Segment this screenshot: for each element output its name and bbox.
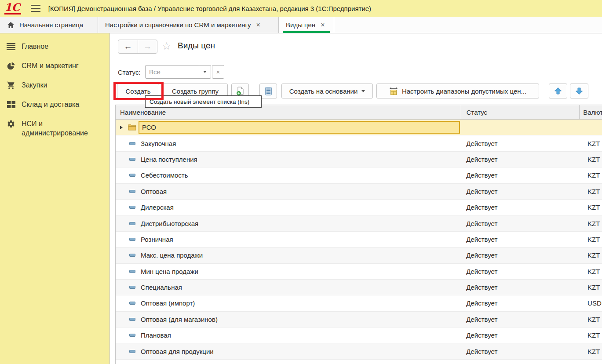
cell-name: Мин цена продажи bbox=[116, 264, 461, 279]
cell-currency: KZT bbox=[580, 343, 602, 359]
list-settings-button[interactable] bbox=[259, 84, 277, 98]
element-icon bbox=[129, 142, 135, 145]
move-up-button[interactable] bbox=[549, 84, 567, 98]
cell-name: Цена поступления bbox=[116, 152, 461, 167]
favorite-star-icon[interactable]: ☆ bbox=[162, 40, 171, 52]
forward-button[interactable]: → bbox=[138, 40, 157, 53]
move-down-button[interactable] bbox=[570, 84, 588, 98]
cell-name: Дистрибьюторская bbox=[116, 215, 461, 231]
cell-currency: KZT bbox=[580, 200, 602, 215]
table-row[interactable]: ЗакупочнаяДействуетKZT bbox=[116, 135, 602, 151]
row-name: Цена поступления bbox=[141, 156, 197, 163]
history-nav: ← → bbox=[118, 40, 157, 54]
element-icon bbox=[129, 302, 135, 305]
cell-currency: USD bbox=[580, 295, 602, 311]
cell-status: Действует bbox=[461, 312, 580, 327]
status-filter-label: Статус: bbox=[118, 69, 141, 76]
sidebar-item-purchases[interactable]: Закупки bbox=[0, 76, 109, 95]
cell-name: Макс. цена продажи bbox=[116, 248, 461, 263]
table-row[interactable]: РозничнаяДействуетKZT bbox=[116, 232, 602, 248]
row-name: Оптовая (для магазинов) bbox=[141, 316, 218, 323]
row-name: Закупочная bbox=[141, 140, 176, 147]
row-name: Оптовая для продукции bbox=[141, 348, 214, 355]
table-row[interactable]: ДилерскаяДействуетKZT bbox=[116, 200, 602, 215]
status-filter-combobox[interactable]: Все bbox=[145, 65, 211, 79]
table-row[interactable]: СебестоимостьДействуетKZT bbox=[116, 167, 602, 183]
row-name: Оптовая bbox=[141, 188, 167, 195]
table-row[interactable]: Оптовая (для магазинов)ДействуетKZT bbox=[116, 312, 602, 328]
folder-icon bbox=[128, 124, 136, 131]
cell-name: Дилерская bbox=[116, 200, 461, 215]
create-button-label: Создать bbox=[125, 87, 150, 95]
chevron-down-icon bbox=[361, 90, 365, 92]
cell-status: Действует bbox=[461, 215, 580, 231]
table-row[interactable]: ОптоваяДействуетKZT bbox=[116, 184, 602, 200]
cell-currency: KZT bbox=[580, 232, 602, 247]
table-row[interactable]: Оптовая (импорт)ДействуетUSD bbox=[116, 295, 602, 311]
table-row[interactable]: Цена поступленияДействуетKZT bbox=[116, 152, 602, 167]
back-button[interactable]: ← bbox=[118, 40, 138, 53]
row-name: РСО bbox=[139, 121, 460, 134]
column-header-currency[interactable]: Валюта bbox=[579, 105, 602, 119]
element-icon bbox=[129, 158, 135, 161]
main-menu-icon[interactable] bbox=[31, 5, 40, 12]
cell-status: Действует bbox=[461, 328, 580, 343]
sidebar-item-label: Закупки bbox=[22, 80, 47, 90]
element-icon bbox=[129, 206, 135, 209]
tab-bar: Начальная страница Настройки и справочни… bbox=[0, 17, 602, 33]
cell-name: Оптовая (для магазинов) bbox=[116, 312, 461, 327]
cell-status: Действует bbox=[461, 232, 580, 247]
close-icon[interactable]: × bbox=[321, 22, 325, 29]
cell-name: Розничная bbox=[116, 232, 461, 247]
pie-chart-icon bbox=[6, 61, 16, 71]
row-name: Специальная bbox=[141, 284, 182, 291]
cart-icon bbox=[6, 80, 16, 90]
sidebar-item-nsi-admin[interactable]: НСИ и администрирование bbox=[0, 114, 109, 142]
copy-document-icon bbox=[236, 87, 244, 95]
cell-name: Плановая bbox=[116, 328, 461, 343]
element-icon bbox=[129, 334, 135, 337]
configure-price-ranges-button[interactable]: Настроить диапазоны допустимых цен... bbox=[376, 84, 539, 98]
table-row[interactable]: Мин цена продажиДействуетKZT bbox=[116, 264, 602, 280]
sidebar-item-main[interactable]: Главное bbox=[0, 37, 109, 56]
table-row[interactable]: ПлановаяДействуетKZT bbox=[116, 328, 602, 343]
table-row[interactable]: Оптовая для продукцииДействуетKZT bbox=[116, 343, 602, 359]
price-types-table: Наименование Статус Валюта РСОЗакупочная… bbox=[115, 105, 602, 364]
sidebar-item-warehouse[interactable]: Склад и доставка bbox=[0, 95, 109, 114]
tab-price-types[interactable]: Виды цен × bbox=[279, 17, 334, 33]
chevron-down-icon[interactable] bbox=[199, 66, 211, 78]
element-icon bbox=[129, 222, 135, 225]
sidebar-item-label: Главное bbox=[22, 42, 48, 51]
cell-name: Оптовая bbox=[116, 184, 461, 199]
tab-home[interactable]: Начальная страница bbox=[0, 17, 98, 33]
table-row[interactable]: Макс. цена продажиДействуетKZT bbox=[116, 248, 602, 263]
cell-currency: KZT bbox=[580, 152, 602, 167]
cell-status: Действует bbox=[461, 248, 580, 263]
create-based-on-button[interactable]: Создать на основании bbox=[281, 84, 373, 98]
row-name: Дистрибьюторская bbox=[141, 220, 198, 227]
expand-icon[interactable] bbox=[120, 126, 127, 129]
element-icon bbox=[129, 350, 135, 353]
sidebar-item-crm[interactable]: CRM и маркетинг bbox=[0, 56, 109, 76]
cell-currency: KZT bbox=[580, 167, 602, 183]
row-name: Себестоимость bbox=[141, 171, 188, 179]
arrow-up-icon bbox=[554, 87, 562, 95]
column-header-status[interactable]: Статус bbox=[461, 105, 580, 119]
window-title: [КОПИЯ] Демонстрационная база / Управлен… bbox=[48, 5, 371, 12]
sidebar-item-label: CRM и маркетинг bbox=[22, 61, 79, 70]
table-row[interactable]: ДистрибьюторскаяДействуетKZT bbox=[116, 215, 602, 231]
tab-crm-settings[interactable]: Настройки и справочники по CRM и маркети… bbox=[98, 17, 279, 33]
row-name: Плановая bbox=[141, 331, 171, 339]
status-filter-clear-button[interactable]: × bbox=[212, 65, 224, 79]
cell-currency: KZT bbox=[580, 312, 602, 327]
table-row[interactable]: РСО bbox=[116, 120, 602, 135]
table-row[interactable]: СпециальнаяДействуетKZT bbox=[116, 280, 602, 295]
row-name: Розничная bbox=[141, 236, 173, 243]
cell-currency: KZT bbox=[580, 135, 602, 151]
element-icon bbox=[129, 270, 135, 273]
element-icon bbox=[129, 254, 135, 257]
close-icon[interactable]: × bbox=[256, 22, 260, 29]
row-name: Дилерская bbox=[141, 204, 174, 211]
tab-label: Виды цен bbox=[286, 21, 315, 29]
tooltip: Создать новый элемент списка (Ins) bbox=[145, 95, 262, 108]
